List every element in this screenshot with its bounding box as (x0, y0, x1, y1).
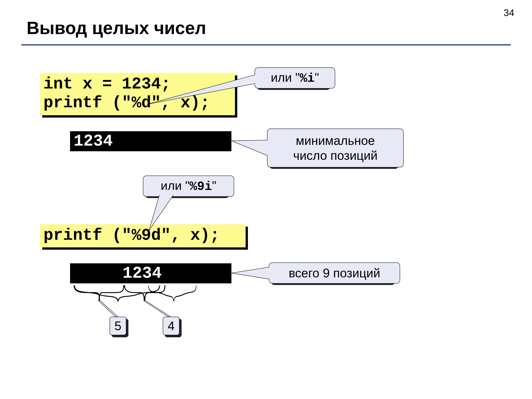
callout3-prefix: или " (161, 179, 190, 193)
connectors-svg (0, 0, 532, 399)
page-number: 34 (504, 7, 514, 18)
callout-min-positions: минимальное число позиций (267, 129, 404, 167)
callout-total-9: всего 9 позиций (269, 262, 400, 284)
callout1-suffix: " (315, 70, 319, 84)
callout3-bold: %9i (190, 180, 212, 194)
slide-title: Вывод целых чисел (27, 18, 206, 38)
code-block-2: printf ("%9d", x); (40, 224, 246, 247)
svg-marker-2 (231, 140, 269, 156)
brace-left-text: 5 (114, 319, 121, 333)
brace-right-text: 4 (168, 319, 175, 333)
callout-percent-9i: или "%9i" (143, 176, 234, 197)
callout4-text: всего 9 позиций (289, 266, 380, 280)
terminal-output-1: 1234 (70, 131, 231, 151)
code2-text: printf ("%9d", x); (44, 226, 220, 245)
brace-label-4: 4 (163, 317, 179, 335)
svg-marker-8 (98, 301, 118, 317)
callout2-line1: минимальное (296, 134, 375, 147)
brace-label-5: 5 (110, 317, 126, 335)
svg-marker-9 (144, 301, 171, 317)
title-rule (21, 44, 511, 45)
code-block-1: int x = 1234; printf ("%d", x); (40, 73, 235, 115)
callout2-line2: число позиций (293, 149, 378, 162)
terminal-output-2: 1234 (70, 263, 231, 283)
output2-text: 1234 (74, 264, 162, 283)
output1-text: 1234 (74, 132, 113, 151)
callout3-suffix: " (212, 179, 216, 193)
callout1-prefix: или " (271, 70, 300, 84)
callout-percent-i: или "%i" (255, 67, 335, 89)
code1-line2: printf ("%d", x); (44, 94, 210, 112)
svg-marker-6 (231, 267, 270, 279)
code1-line1: int x = 1234; (44, 75, 171, 94)
callout1-bold: %i (300, 71, 315, 85)
